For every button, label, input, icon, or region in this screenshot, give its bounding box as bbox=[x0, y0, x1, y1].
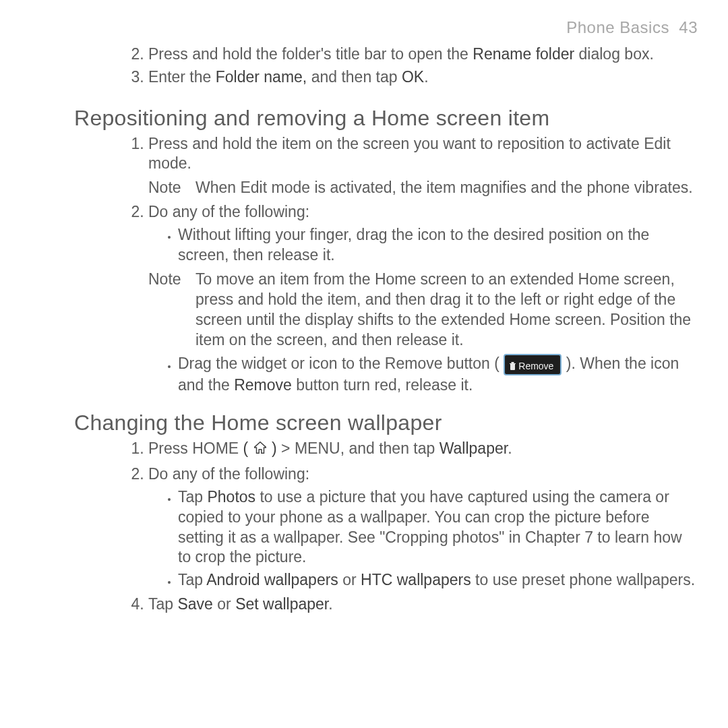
wallpaper-step-4: Tap Save or Set wallpaper. bbox=[148, 595, 698, 615]
reposition-step-1: Press and hold the item on the screen yo… bbox=[148, 134, 698, 199]
top-step-3: Enter the Folder name, and then tap OK. bbox=[148, 67, 698, 88]
bullet-drag-icon: Without lifting your finger, drag the ic… bbox=[178, 225, 698, 266]
reposition-bullets-2: Drag the widget or icon to the Remove bu… bbox=[148, 354, 698, 396]
reposition-bullets-1: Without lifting your finger, drag the ic… bbox=[148, 225, 698, 266]
wallpaper-bullets: Tap Photos to use a picture that you hav… bbox=[148, 487, 698, 590]
note-edit-mode: Note When Edit mode is activated, the it… bbox=[148, 178, 698, 198]
top-step-2: Press and hold the folder's title bar to… bbox=[148, 44, 698, 65]
bullet-remove-button: Drag the widget or icon to the Remove bu… bbox=[178, 354, 698, 396]
home-icon bbox=[253, 440, 268, 460]
reposition-steps: Press and hold the item on the screen yo… bbox=[74, 134, 698, 396]
wallpaper-step-2: Do any of the following: Tap Photos to u… bbox=[148, 464, 698, 590]
reposition-step-2: Do any of the following: Without lifting… bbox=[148, 202, 698, 396]
trash-icon bbox=[509, 357, 516, 373]
note-extended-home: Note To move an item from the Home scree… bbox=[148, 270, 698, 351]
section-heading-reposition: Repositioning and removing a Home screen… bbox=[74, 104, 698, 133]
remove-button-graphic: Remove bbox=[504, 354, 562, 375]
page-number: 43 bbox=[679, 18, 698, 36]
section-heading-wallpaper: Changing the Home screen wallpaper bbox=[74, 409, 698, 437]
top-steps-list: Press and hold the folder's title bar to… bbox=[74, 44, 698, 88]
header-title: Phone Basics bbox=[566, 18, 669, 36]
page-header: Phone Basics 43 bbox=[74, 17, 698, 38]
bullet-photos: Tap Photos to use a picture that you hav… bbox=[178, 487, 698, 568]
wallpaper-steps: Press HOME ( ) > MENU, and then tap Wall… bbox=[74, 439, 698, 615]
bullet-preset-wallpapers: Tap Android wallpapers or HTC wallpapers… bbox=[178, 570, 698, 590]
wallpaper-step-1: Press HOME ( ) > MENU, and then tap Wall… bbox=[148, 439, 698, 460]
remove-button-label: Remove bbox=[518, 361, 553, 371]
page-content: Phone Basics 43 Press and hold the folde… bbox=[0, 0, 728, 632]
